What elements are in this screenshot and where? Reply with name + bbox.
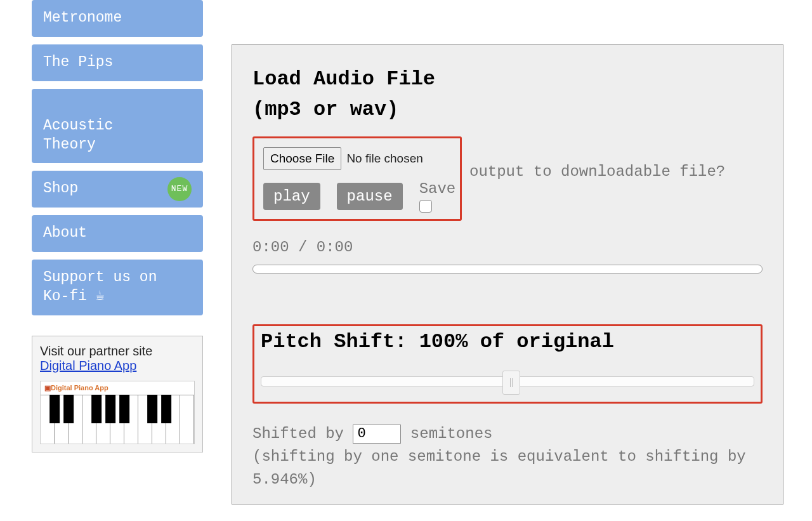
- save-checkbox[interactable]: [419, 200, 432, 213]
- slider-thumb[interactable]: [502, 371, 520, 395]
- pause-button[interactable]: pause: [337, 183, 403, 210]
- partner-title: Visit our partner site: [40, 344, 195, 359]
- save-label-part2: output to downloadable file?: [469, 163, 725, 180]
- sidebar-item-acoustic[interactable]: Acoustic Theory: [32, 89, 203, 164]
- heading-line1: Load Audio File: [252, 67, 435, 91]
- partner-image-label: Digital Piano App: [41, 381, 194, 395]
- nav-label: Metronome: [43, 10, 122, 26]
- play-button[interactable]: play: [263, 183, 320, 210]
- heading-line2: (mp3 or wav): [252, 98, 398, 121]
- nav-label: Shop: [43, 180, 78, 197]
- sidebar-item-shop[interactable]: Shop NEW: [32, 171, 203, 208]
- save-label-part1: Save: [419, 180, 456, 197]
- semitone-note: (shifting by one semitone is equivalent …: [252, 448, 746, 488]
- pitch-title: Pitch Shift: 100% of original: [261, 330, 754, 353]
- semitone-word: semitones: [410, 425, 493, 442]
- nav-label: Support us on Ko-fi ☕: [43, 269, 157, 305]
- partner-box: Visit our partner site Digital Piano App…: [32, 336, 203, 452]
- sidebar: Metronome The Pips Acoustic Theory Shop …: [0, 0, 203, 505]
- choose-file-button[interactable]: Choose File: [263, 147, 341, 170]
- pitch-slider[interactable]: [261, 376, 754, 386]
- progress-bar[interactable]: [252, 265, 763, 274]
- nav-label: Acoustic Theory: [43, 117, 113, 153]
- sidebar-item-pips[interactable]: The Pips: [32, 44, 203, 81]
- nav-label: The Pips: [43, 54, 113, 70]
- file-controls-box: Choose File No file chosen play pause Sa…: [252, 136, 462, 221]
- section-title-load: Load Audio File (mp3 or wav): [252, 64, 763, 125]
- semitone-input[interactable]: [353, 425, 401, 444]
- time-display: 0:00 / 0:00: [252, 239, 763, 256]
- sidebar-item-kofi[interactable]: Support us on Ko-fi ☕: [32, 260, 203, 315]
- new-badge: NEW: [167, 177, 192, 201]
- nav-label: About: [43, 225, 87, 241]
- sidebar-item-about[interactable]: About: [32, 215, 203, 252]
- pitch-shift-box: Pitch Shift: 100% of original: [252, 324, 763, 404]
- partner-image[interactable]: Digital Piano App: [40, 381, 195, 444]
- panel: Load Audio File (mp3 or wav) Choose File…: [232, 44, 783, 505]
- main: Load Audio File (mp3 or wav) Choose File…: [203, 0, 812, 505]
- sidebar-item-metronome[interactable]: Metronome: [32, 0, 203, 37]
- shifted-label: Shifted by: [252, 425, 344, 442]
- partner-link[interactable]: Digital Piano App: [40, 359, 136, 373]
- file-status: No file chosen: [346, 152, 422, 166]
- piano-keys-icon: [41, 395, 194, 444]
- semitone-info: Shifted by semitones (shifting by one se…: [252, 423, 763, 491]
